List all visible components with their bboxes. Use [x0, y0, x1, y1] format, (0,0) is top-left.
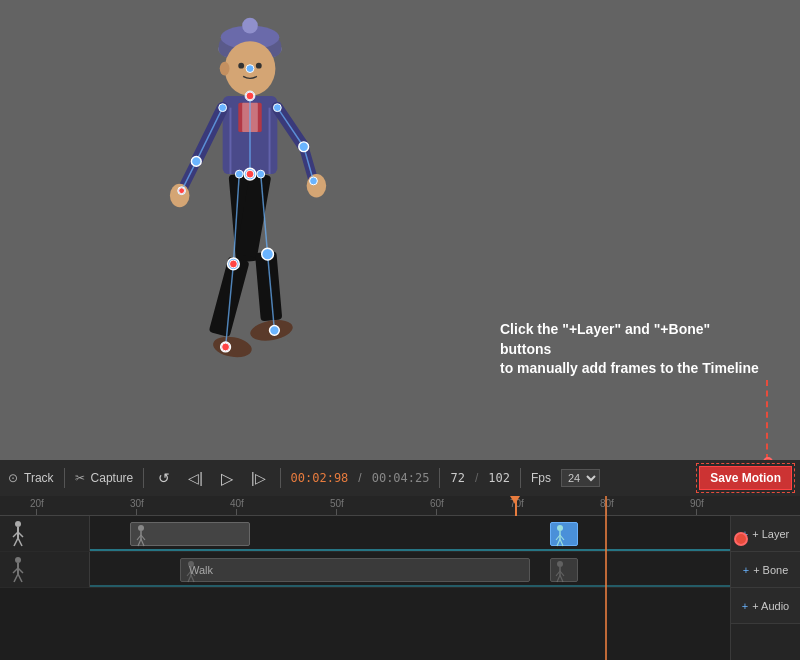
ruler-tick: 40f	[230, 498, 244, 515]
keyframe-block-2b[interactable]	[550, 558, 578, 582]
svg-point-36	[219, 104, 227, 112]
track-icon: ⊙	[8, 471, 18, 485]
svg-point-49	[246, 92, 254, 100]
annotation-line	[766, 380, 768, 460]
svg-point-54	[15, 521, 21, 527]
svg-line-76	[14, 574, 18, 582]
right-panel: + + Layer + + Bone + + Audio	[730, 516, 800, 660]
svg-point-39	[299, 142, 309, 152]
svg-point-84	[557, 561, 563, 567]
track-content-1[interactable]	[90, 516, 800, 551]
svg-point-34	[246, 65, 254, 73]
keyframe-block-2a[interactable]: Walk	[180, 558, 530, 582]
track-row-2: Walk	[0, 552, 800, 588]
save-motion-wrapper: Save Motion	[699, 466, 792, 490]
track-figure-icon-2	[8, 556, 28, 584]
svg-line-70	[557, 539, 560, 546]
svg-point-50	[229, 260, 237, 268]
svg-line-26	[196, 108, 222, 162]
timecode-separator: /	[358, 471, 361, 485]
track-label-2	[0, 552, 90, 587]
canvas-area: Click the "+Layer" and "+Bone" buttons t…	[0, 0, 800, 460]
capture-section: ✂ Capture	[75, 471, 134, 485]
svg-line-89	[560, 575, 563, 582]
divider-1	[64, 468, 65, 488]
character-svg	[150, 10, 350, 430]
svg-line-65	[141, 539, 144, 546]
timeline-ruler[interactable]: 20f30f40f50f60f70f80f90f	[0, 496, 800, 516]
svg-line-71	[560, 539, 563, 546]
track-figure-icon-1	[8, 520, 28, 548]
add-bone-label: + Bone	[753, 564, 788, 576]
track-line-1	[90, 549, 730, 551]
timecode-current: 00:02:98	[291, 471, 349, 485]
track2-figure	[183, 559, 205, 583]
ruler-tick: 90f	[690, 498, 704, 515]
add-audio-icon: +	[742, 600, 748, 612]
red-record-dot[interactable]	[734, 532, 748, 546]
play-button[interactable]: ▷	[217, 467, 237, 490]
frame-sep: /	[475, 471, 478, 485]
annotation-dot	[763, 457, 773, 460]
capture-label[interactable]: Capture	[91, 471, 134, 485]
keyframe-block-1b[interactable]	[550, 522, 578, 546]
svg-line-77	[18, 574, 22, 582]
frame-current: 72	[450, 471, 464, 485]
svg-point-46	[262, 248, 274, 260]
add-bone-icon: +	[743, 564, 749, 576]
svg-point-5	[238, 63, 244, 69]
keyframe-figure-small	[133, 523, 163, 547]
keyframe-figure-blue	[552, 523, 574, 547]
svg-point-18	[307, 174, 327, 197]
svg-point-38	[191, 157, 201, 167]
track-label-1	[0, 516, 90, 551]
frame-total: 102	[488, 471, 510, 485]
svg-point-43	[235, 170, 243, 178]
svg-point-51	[222, 343, 230, 351]
svg-point-66	[557, 525, 563, 531]
svg-point-60	[138, 525, 144, 531]
capture-icon: ✂	[75, 471, 85, 485]
track-line-2	[90, 585, 730, 587]
track-content-2[interactable]: Walk	[90, 552, 800, 587]
step-forward-button[interactable]: |▷	[247, 468, 270, 488]
svg-point-44	[257, 170, 265, 178]
fps-select[interactable]: 24 30 60	[561, 469, 600, 487]
add-bone-button[interactable]: + + Bone	[731, 552, 800, 588]
svg-line-64	[138, 539, 141, 546]
keyframe-block-1a[interactable]	[130, 522, 250, 546]
ruler-tick: 20f	[30, 498, 44, 515]
svg-line-59	[18, 538, 22, 546]
svg-point-41	[310, 177, 318, 185]
svg-point-48	[270, 325, 280, 335]
svg-point-53	[179, 188, 185, 194]
svg-line-83	[191, 575, 194, 582]
svg-line-82	[188, 575, 191, 582]
svg-point-72	[15, 557, 21, 563]
add-audio-button[interactable]: + + Audio	[731, 588, 800, 624]
divider-3	[280, 468, 281, 488]
svg-point-37	[273, 104, 281, 112]
ruler-tick: 50f	[330, 498, 344, 515]
timeline-area: 20f30f40f50f60f70f80f90f	[0, 496, 800, 660]
playhead-ruler	[515, 496, 517, 516]
svg-point-3	[242, 18, 258, 34]
svg-line-58	[14, 538, 18, 546]
svg-point-6	[256, 63, 262, 69]
track-label[interactable]: Track	[24, 471, 54, 485]
character-container	[150, 10, 370, 440]
playhead-triangle	[510, 496, 520, 504]
track-row-1	[0, 516, 800, 552]
track-section: ⊙ Track	[8, 471, 54, 485]
divider-5	[520, 468, 521, 488]
step-back-button[interactable]: ◁|	[184, 468, 207, 488]
add-layer-label: + Layer	[752, 528, 789, 540]
svg-line-88	[557, 575, 560, 582]
rewind-button[interactable]: ↺	[154, 468, 174, 488]
divider-4	[439, 468, 440, 488]
svg-line-28	[277, 108, 303, 147]
save-motion-button[interactable]: Save Motion	[699, 466, 792, 490]
ruler-tick: 30f	[130, 498, 144, 515]
timeline-playhead	[605, 496, 607, 660]
add-audio-label: + Audio	[752, 600, 789, 612]
